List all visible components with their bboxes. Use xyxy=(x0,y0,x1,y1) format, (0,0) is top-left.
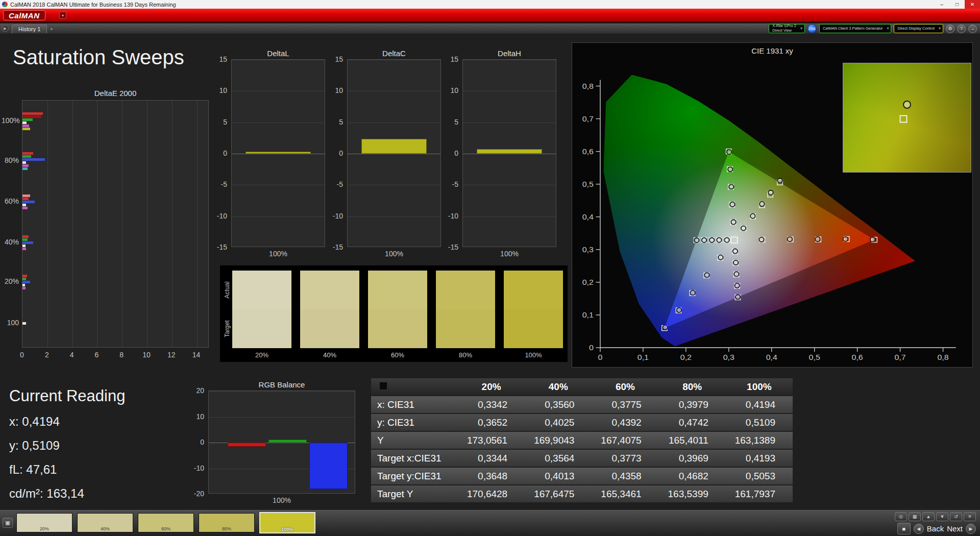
deltae-bar xyxy=(22,275,27,277)
deltae-bar xyxy=(22,201,35,203)
pattern-swatch-80%[interactable]: 80% xyxy=(199,513,255,532)
deltae-bar xyxy=(22,284,25,286)
gridline xyxy=(232,185,325,185)
navigation-cluster: ◎ ▦ ▲ ▼ ↺ ✕ ■ ◀ Back Next ▶ xyxy=(895,512,976,534)
current-reading-title: Current Reading xyxy=(9,387,125,405)
table-cell: 0,3344 xyxy=(458,453,525,464)
refresh-icon[interactable]: ↺ xyxy=(950,512,962,521)
cie-title: CIE 1931 xy xyxy=(572,46,972,55)
pattern-swatch-60%[interactable]: 60% xyxy=(138,513,194,532)
measured-point-marker xyxy=(768,190,773,195)
minimize-button[interactable]: – xyxy=(934,0,949,9)
camera-icon[interactable]: ◎ xyxy=(895,512,907,521)
tab-more-button[interactable]: ▸ xyxy=(48,26,55,32)
gridline xyxy=(122,101,122,347)
gridline xyxy=(147,101,148,347)
actual-swatch xyxy=(368,271,427,309)
deltae-bar xyxy=(22,161,26,164)
pattern-swatch-100%[interactable]: 100% xyxy=(259,512,315,533)
y-tick-label: -10 xyxy=(442,212,458,220)
cie-x-tick-label: 0,5 xyxy=(809,353,820,362)
deltae-bar xyxy=(22,167,28,170)
logo-menu-button[interactable]: ▾ xyxy=(59,12,66,19)
y-tick-label: 15 xyxy=(211,55,227,63)
panel-arrow-button[interactable]: → xyxy=(968,25,977,33)
gridline xyxy=(47,101,48,347)
back-arrow-icon[interactable]: ◀ xyxy=(914,524,924,534)
settings-button[interactable]: ⚙ xyxy=(946,25,954,33)
table-cell: 0,5109 xyxy=(726,417,793,428)
y-tick-label: 20 xyxy=(188,386,204,395)
next-button[interactable]: Next xyxy=(947,524,963,533)
delta-deltac-plot xyxy=(347,59,441,247)
deltae-bar xyxy=(22,112,43,115)
chevron-down-icon: ▾ xyxy=(939,26,941,31)
pattern-swatch-40%[interactable]: 40% xyxy=(77,513,133,532)
gridline xyxy=(348,185,440,185)
meter-selector[interactable]: X-Rite i1Pro 2 Direct View ▾ xyxy=(769,24,805,33)
cie-y-tick-label: 0,4 xyxy=(582,212,594,221)
deltae-bar xyxy=(22,235,29,238)
measured-point-marker xyxy=(734,283,739,288)
maximize-button[interactable]: □ xyxy=(949,0,965,9)
close-button[interactable]: ✕ xyxy=(965,0,980,9)
tab-history-1[interactable]: History 1 xyxy=(12,25,47,33)
table-cell: 0,4392 xyxy=(592,417,658,428)
cie-x-tick-label: 0 xyxy=(598,353,603,362)
delta-deltac-chart: DeltaC151050-5-10-15100% xyxy=(327,49,444,261)
table-row-label: Target y:CIE31 xyxy=(371,471,458,482)
back-button[interactable]: Back xyxy=(927,524,944,533)
gridline xyxy=(463,216,556,217)
cie-x-tick-label: 0,8 xyxy=(937,353,948,362)
gridline xyxy=(97,101,97,347)
table-row-label: y: CIE31 xyxy=(371,417,458,428)
deltae-bar xyxy=(22,322,26,325)
measurement-table: 20%40%60%80%100%x: CIE310,33420,35600,37… xyxy=(371,378,793,503)
delta-deltah-chart: DeltaH151050-5-10-15100% xyxy=(442,49,559,261)
value-bar xyxy=(477,149,542,154)
gridline xyxy=(232,91,325,91)
x-tick-label: 6 xyxy=(90,351,103,359)
table-cell: 0,4358 xyxy=(592,471,658,482)
measured-point-marker xyxy=(815,237,820,241)
app-icon xyxy=(2,2,8,7)
deltae-bar xyxy=(22,207,28,209)
measured-point-marker xyxy=(736,295,740,299)
x-tick-label: 12 xyxy=(165,351,178,359)
table-cell: 163,5399 xyxy=(659,489,726,500)
stop-button[interactable]: ■ xyxy=(897,523,911,534)
delete-icon[interactable]: ✕ xyxy=(964,512,976,521)
actual-swatch xyxy=(436,271,495,309)
display-control-selector[interactable]: Direct Display Control ▾ xyxy=(894,24,943,33)
measured-point-marker xyxy=(733,260,738,265)
collapse-panel-button[interactable]: ▶ xyxy=(2,25,9,32)
display-icon[interactable]: ▦ xyxy=(909,512,921,521)
arrow-down-icon[interactable]: ▼ xyxy=(936,512,948,521)
arrow-up-icon[interactable]: ▲ xyxy=(922,512,935,521)
next-arrow-icon[interactable]: ▶ xyxy=(966,524,976,534)
y-tick-label: -15 xyxy=(327,243,343,251)
pattern-swatch-label: 40% xyxy=(78,526,133,531)
table-cell: 0,3648 xyxy=(458,471,525,482)
measured-point-marker xyxy=(843,237,848,241)
pattern-swatch-20%[interactable]: 20% xyxy=(16,513,72,532)
y-tick-label: -10 xyxy=(188,464,204,472)
deltae-bar xyxy=(22,281,30,283)
calman-logo[interactable]: CalMAN xyxy=(3,10,45,20)
actual-swatch xyxy=(504,271,563,309)
actual-swatch xyxy=(232,271,291,309)
x-tick-label: 0 xyxy=(16,351,28,359)
titlebar: CalMAN 2018 CalMAN Ultimate for Business… xyxy=(0,0,980,9)
table-row-label: x: CIE31 xyxy=(371,399,458,410)
measured-point-marker xyxy=(730,202,734,207)
y-tick-label: 10 xyxy=(211,86,227,94)
table-header-cell: 100% xyxy=(726,381,793,393)
chevron-down-icon: ▾ xyxy=(800,26,802,31)
pattern-generator-selector[interactable]: CalMAN Client 3 Pattern Generator ▾ xyxy=(819,24,892,33)
table-row-label: Y xyxy=(371,435,458,446)
help-button[interactable]: ? xyxy=(957,25,966,33)
cie-x-tick-label: 0,4 xyxy=(766,353,777,362)
measured-point-marker xyxy=(704,273,709,277)
home-icon[interactable]: ▣ xyxy=(3,518,13,528)
x-axis-label: 100% xyxy=(231,250,325,258)
